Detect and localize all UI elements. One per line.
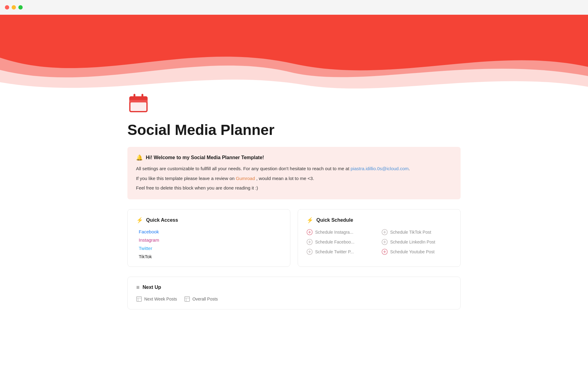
welcome-heading: Hi! Welcome to my Social Media Planner T…	[146, 155, 264, 160]
maximize-button[interactable]	[18, 5, 23, 10]
schedule-item-facebook[interactable]: Schedule Faceboo...	[307, 239, 377, 245]
table-icon-next-week	[136, 296, 142, 302]
welcome-line2: If you like this template please leave a…	[136, 174, 452, 182]
list-icon: ≡	[136, 284, 140, 291]
welcome-line3: Feel free to delete this block when you …	[136, 184, 452, 192]
schedule-linkedin-label: Schedule LinkedIn Post	[390, 240, 435, 244]
quick-access-facebook[interactable]: Facebook	[139, 229, 281, 234]
schedule-item-tiktok[interactable]: Schedule TikTok Post	[382, 229, 452, 235]
page-title: Social Media Planner	[127, 121, 461, 138]
plus-circle-icon-youtube	[382, 249, 388, 255]
plus-circle-icon-tiktok	[382, 229, 388, 235]
page-icon	[127, 92, 149, 114]
bolt-icon-quick-schedule: ⚡	[307, 217, 313, 224]
quick-access-card: ⚡ Quick Access Facebook Instagram Twitte…	[127, 209, 290, 267]
quick-schedule-card: ⚡ Quick Schedule Schedule Instagra...	[298, 209, 461, 267]
titlebar	[0, 0, 588, 15]
plus-circle-icon-linkedin	[382, 239, 388, 245]
table-icon-overall	[184, 296, 190, 302]
gumroad-link[interactable]: Gumroad	[236, 176, 255, 181]
svg-rect-26	[137, 297, 141, 301]
schedule-grid: Schedule Instagra... Schedule TikTok Pos…	[307, 229, 452, 255]
next-week-label: Next Week Posts	[144, 297, 177, 301]
svg-rect-29	[185, 297, 190, 301]
bell-icon: 🔔	[136, 154, 143, 161]
overall-label: Overall Posts	[192, 297, 218, 301]
svg-rect-6	[130, 102, 146, 111]
schedule-twitter-label: Schedule Twitter P...	[315, 249, 354, 254]
schedule-instagram-label: Schedule Instagra...	[315, 230, 353, 235]
schedule-item-twitter[interactable]: Schedule Twitter P...	[307, 249, 377, 255]
schedule-item-linkedin[interactable]: Schedule LinkedIn Post	[382, 239, 452, 245]
quick-access-links: Facebook Instagram Twitter TikTok	[136, 229, 281, 259]
schedule-facebook-label: Schedule Faceboo...	[315, 240, 354, 244]
schedule-item-youtube[interactable]: Schedule Youtube Post	[382, 249, 452, 255]
plus-circle-icon-twitter	[307, 249, 313, 255]
quick-access-tiktok[interactable]: TikTok	[139, 254, 281, 259]
schedule-item-instagram[interactable]: Schedule Instagra...	[307, 229, 377, 235]
hero-banner	[0, 15, 588, 101]
bolt-icon-quick-access: ⚡	[136, 217, 143, 224]
quick-access-twitter[interactable]: Twitter	[139, 246, 281, 251]
email-link[interactable]: piastra.idillio.0s@icloud.com	[351, 166, 409, 171]
plus-circle-icon-instagram	[307, 229, 313, 235]
welcome-block: 🔔 Hi! Welcome to my Social Media Planner…	[127, 147, 461, 199]
next-up-item-overall[interactable]: Overall Posts	[184, 296, 218, 302]
quick-access-title: Quick Access	[146, 217, 178, 223]
quick-schedule-title: Quick Schedule	[316, 217, 353, 223]
welcome-line1: All settings are customizable to fullfil…	[136, 165, 452, 173]
next-up-title: Next Up	[143, 285, 161, 290]
plus-circle-icon-facebook	[307, 239, 313, 245]
schedule-tiktok-label: Schedule TikTok Post	[390, 230, 431, 235]
quick-access-instagram[interactable]: Instagram	[139, 237, 281, 243]
next-up-items: Next Week Posts Overall Posts	[136, 296, 452, 302]
next-up-card: ≡ Next Up Next Week Posts Overall Posts	[127, 277, 461, 309]
schedule-youtube-label: Schedule Youtube Post	[390, 249, 435, 254]
minimize-button[interactable]	[12, 5, 16, 10]
close-button[interactable]	[5, 5, 9, 10]
next-up-item-next-week[interactable]: Next Week Posts	[136, 296, 177, 302]
